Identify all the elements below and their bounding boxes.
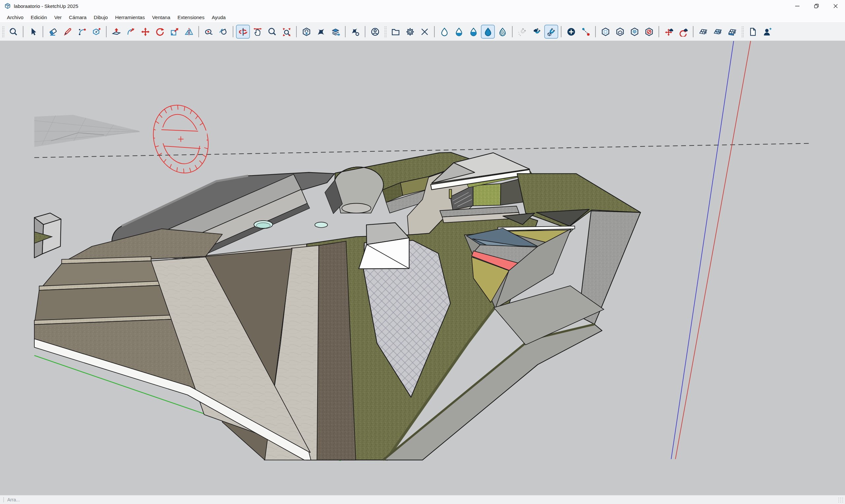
pencil-button[interactable] [60,25,74,39]
paint-bucket-button[interactable] [216,25,230,39]
hex-cloud-button[interactable] [613,25,627,39]
toolbar-separator [693,26,693,37]
push-pull-icon [111,27,121,37]
sketchup-logo-icon [4,2,11,10]
eraser-button[interactable] [46,25,60,39]
rotate-cloud-button[interactable] [676,25,690,39]
arc-button[interactable] [75,25,89,39]
add-person-button[interactable] [760,25,774,39]
leader-line-icon [581,27,591,37]
search-icon [8,27,18,37]
drop-empty-button[interactable] [437,25,451,39]
drop-hatched-button[interactable] [495,25,509,39]
toolbar-drag-handle[interactable] [741,26,744,37]
toolbar-separator [233,26,233,37]
hex-square-button[interactable] [598,25,612,39]
mesh-wire-button[interactable] [696,25,710,39]
scale-button[interactable] [168,25,181,39]
new-document-icon [748,27,758,37]
toolbar-separator [106,26,107,37]
shapes-button[interactable] [89,25,103,39]
drop-half-icon [469,27,478,37]
toolbar [0,23,845,41]
leader-line-button[interactable] [579,25,593,39]
select-arrow-button[interactable] [26,25,40,39]
warehouse-download-button[interactable] [299,25,313,39]
close-x-icon [420,27,429,37]
push-pull-button[interactable] [109,25,123,39]
model-viewport[interactable] [0,41,845,495]
pool [254,221,272,229]
toolbar-separator [434,26,435,37]
move-button[interactable] [138,25,152,39]
mesh-shaded-button[interactable] [711,25,724,39]
menu-item-ventana[interactable]: Ventana [148,12,174,22]
extension-warehouse-button[interactable] [314,25,328,39]
drop-full-button[interactable] [481,25,495,39]
move-cloud-button[interactable] [662,25,676,39]
extension-manager-icon [351,27,360,37]
share-model-icon [331,27,340,37]
pan-button[interactable] [250,25,264,39]
search-button[interactable] [6,25,20,39]
close-x-button[interactable] [418,25,432,39]
menu-item-edicion[interactable]: Edición [27,12,51,22]
toolbar-separator [512,26,513,37]
hex-ban-button[interactable] [642,25,656,39]
menu-item-herramientas[interactable]: Herramientas [111,12,148,22]
drop-quarter-button[interactable] [452,25,466,39]
drop-hatched-icon [498,27,507,37]
extension-manager-button[interactable] [348,25,362,39]
hex-model-button[interactable] [628,25,641,39]
magnet-cloud-button[interactable] [530,25,544,39]
zoom-extents-button[interactable] [280,25,294,39]
zoom-button[interactable] [265,25,279,39]
gear-button[interactable] [403,25,417,39]
resize-grip[interactable] [838,497,844,503]
toolbar-separator [561,26,561,37]
account-icon [370,27,380,37]
folder-button[interactable] [388,25,402,39]
follow-me-button[interactable] [124,25,138,39]
menu-item-archivo[interactable]: Archivo [3,12,27,22]
tape-measure-button[interactable] [202,25,215,39]
move-cloud-icon [664,27,674,37]
magnet-model-button[interactable] [544,25,558,39]
white-box [359,223,409,269]
arc-icon [77,27,87,37]
drop-full-icon [483,27,493,37]
close-button[interactable] [826,0,845,12]
restore-button[interactable] [807,0,826,12]
add-circle-button[interactable] [564,25,578,39]
pan-icon [253,27,262,37]
magnet-cloud-icon [532,27,542,37]
mesh-shaded-icon [713,27,723,37]
toolbar-drag-handle[interactable] [384,26,387,37]
move-icon [141,27,150,37]
toolbar-drag-handle[interactable] [2,26,5,37]
menu-item-extensiones[interactable]: Extensiones [174,12,208,22]
account-button[interactable] [368,25,382,39]
new-document-button[interactable] [746,25,759,39]
menu-item-camara[interactable]: Cámara [65,12,90,22]
rotate-cloud-icon [679,27,688,37]
drop-half-button[interactable] [466,25,480,39]
menu-item-ayuda[interactable]: Ayuda [208,12,229,22]
paint-bucket-icon [218,27,228,37]
rotate-icon [155,27,165,37]
flip-button[interactable] [182,25,196,39]
mesh-solid-icon [727,27,737,37]
menu-item-ver[interactable]: Ver [51,12,65,22]
share-model-button[interactable] [329,25,342,39]
add-person-icon [762,27,772,37]
toolbar-separator [345,26,346,37]
minimize-icon [795,4,800,8]
minimize-button[interactable] [788,0,807,12]
rotate-button[interactable] [153,25,167,39]
magnet-model-icon [547,27,556,37]
menu-item-dibujo[interactable]: Dibujo [90,12,111,22]
tape-measure-icon [204,27,214,37]
mesh-solid-button[interactable] [725,25,739,39]
orbit-button[interactable] [236,25,250,39]
zoom-icon [267,27,277,37]
